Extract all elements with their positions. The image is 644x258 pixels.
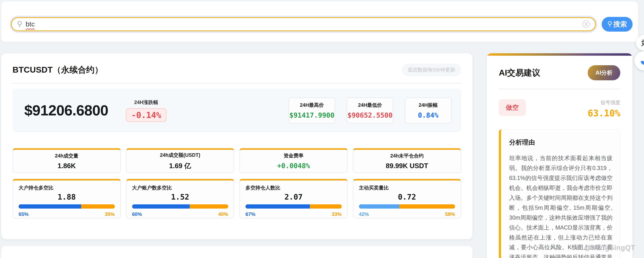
current-price: $91206.6800 <box>24 102 108 119</box>
translate-icon: 如 <box>641 38 644 48</box>
ratio-value: 1.88 <box>18 193 115 201</box>
stat-value: 1.86K <box>58 162 76 170</box>
amplitude-label: 24H振幅 <box>418 102 438 108</box>
stat-label: 24h成交量 <box>55 153 78 159</box>
ai-analyze-button[interactable]: AI分析 <box>588 65 620 80</box>
search-button-icon: ⚲ <box>608 20 612 28</box>
ratio-bar <box>18 204 115 209</box>
long-percent: 60% <box>132 212 142 217</box>
stat-value: 89.99K USDT <box>386 162 428 170</box>
divider <box>499 89 620 89</box>
divider <box>12 83 461 84</box>
change-label: 24H涨跌幅 <box>134 99 158 106</box>
low-price-card: 24H最低价 $90652.5500 <box>347 97 394 123</box>
ratio-bar <box>246 204 342 209</box>
update-frequency-badge: 底层数据每5分钟更新 <box>402 64 461 76</box>
stat-card-turnover: 24h成交额(USDT) 1.69 亿 <box>126 148 234 173</box>
amplitude-value: 0.84% <box>418 111 438 119</box>
clear-input-icon[interactable]: ⓧ <box>582 20 590 28</box>
search-row: ⚲ btc ⓧ ⚲ 搜索 <box>11 17 633 32</box>
ratio-bar-long-segment <box>246 204 310 209</box>
long-percent: 65% <box>18 212 28 217</box>
ratio-bar <box>359 204 455 209</box>
search-button[interactable]: ⚲ 搜索 <box>602 17 632 32</box>
ratio-bar <box>132 204 228 209</box>
ai-panel-accent-bar <box>487 53 632 56</box>
ratio-card-taker-buy-sell: 主动买卖量比 0.72 42% 58% <box>353 179 461 219</box>
signal-strength-label: 信号强度 <box>600 99 620 106</box>
search-input[interactable]: ⚲ btc ⓧ <box>11 17 596 31</box>
high-price-card: 24H最高价 $91417.9900 <box>288 97 335 123</box>
assistant-widget-button[interactable] <box>634 51 644 71</box>
high-price-value: $91417.9900 <box>289 111 334 119</box>
change-value-badge: -0.14% <box>126 108 166 122</box>
ai-panel-title: AI交易建议 <box>499 67 540 78</box>
short-percent: 40% <box>218 212 228 217</box>
ratio-label: 大户账户数多空比 <box>132 185 228 191</box>
stats-row: 24h成交量 1.86K 24h成交额(USDT) 1.69 亿 资金费率 +0… <box>12 148 461 173</box>
amplitude-card: 24H振幅 0.84% <box>405 97 452 123</box>
search-button-label: 搜索 <box>613 20 627 29</box>
ratio-label: 多空持仓人数比 <box>246 185 342 191</box>
ratio-bar-long-segment <box>359 204 399 209</box>
stat-label: 24h未平仓合约 <box>390 153 424 159</box>
ratio-card-long-short-people: 多空持仓人数比 2.07 67% 33% <box>240 179 348 219</box>
ratio-label: 主动买卖量比 <box>359 185 455 191</box>
ratio-value: 2.07 <box>246 193 342 201</box>
watermark: ❖ @HangSingQT <box>576 244 635 252</box>
stat-value: +0.0048% <box>277 162 310 170</box>
ratio-bar-long-segment <box>132 204 190 209</box>
analysis-reason-text: 坦率地说，当前的技术面看起来相当疲弱。我的分析显示综合评分只有0.319，63.… <box>509 153 612 258</box>
ai-advice-panel: AI交易建议 AI分析 做空 信号强度 63.10% 分析理由 坦率地说，当前的… <box>487 53 632 258</box>
page-title: BTCUSDT（永续合约） <box>12 64 103 75</box>
price-hero-panel: $91206.6800 24H涨跌幅 -0.14% 24H最高价 $91417.… <box>12 89 461 132</box>
ratio-card-top-trader-accounts: 大户账户数多空比 1.52 60% 40% <box>126 179 234 219</box>
stat-card-funding-rate: 资金费率 +0.0048% <box>240 148 348 173</box>
stat-label: 资金费率 <box>284 152 304 159</box>
next-section-card <box>1 246 472 258</box>
stat-value: 1.69 亿 <box>169 161 191 171</box>
long-percent: 67% <box>246 212 256 217</box>
short-percent: 58% <box>445 212 455 217</box>
short-percent: 35% <box>105 212 115 217</box>
high-price-label: 24H最高价 <box>300 102 324 108</box>
ratio-row: 大户持仓多空比 1.88 65% 35% 大户账户数多空比 1.52 60% 4… <box>12 179 461 219</box>
search-icon: ⚲ <box>17 20 22 27</box>
signal-strength-value: 63.10% <box>588 108 620 119</box>
analysis-reason-box: 分析理由 坦率地说，当前的技术面看起来相当疲弱。我的分析显示综合评分只有0.31… <box>499 129 620 258</box>
search-header-card: ⚲ btc ⓧ ⚲ 搜索 <box>1 1 638 42</box>
signal-direction-badge: 做空 <box>499 99 526 116</box>
ratio-bar-long-segment <box>18 204 81 209</box>
ratio-value: 0.72 <box>359 193 455 201</box>
low-price-label: 24H最低价 <box>358 102 382 108</box>
ratio-card-top-trader-position: 大户持仓多空比 1.88 65% 35% <box>12 179 121 219</box>
ratio-label: 大户持仓多空比 <box>18 185 115 191</box>
assistant-icon <box>639 55 644 66</box>
low-price-value: $90652.5500 <box>348 111 392 119</box>
stat-card-volume: 24h成交量 1.86K <box>12 148 121 173</box>
long-percent: 42% <box>359 212 369 217</box>
market-overview-card: BTCUSDT（永续合约） 底层数据每5分钟更新 $91206.6800 24H… <box>1 53 472 239</box>
stat-card-open-interest: 24h未平仓合约 89.99K USDT <box>353 148 461 173</box>
search-input-value[interactable]: btc <box>26 20 34 28</box>
stat-label: 24h成交额(USDT) <box>160 152 200 158</box>
analysis-reason-title: 分析理由 <box>509 138 612 147</box>
ratio-value: 1.52 <box>132 193 228 201</box>
short-percent: 33% <box>332 212 342 217</box>
